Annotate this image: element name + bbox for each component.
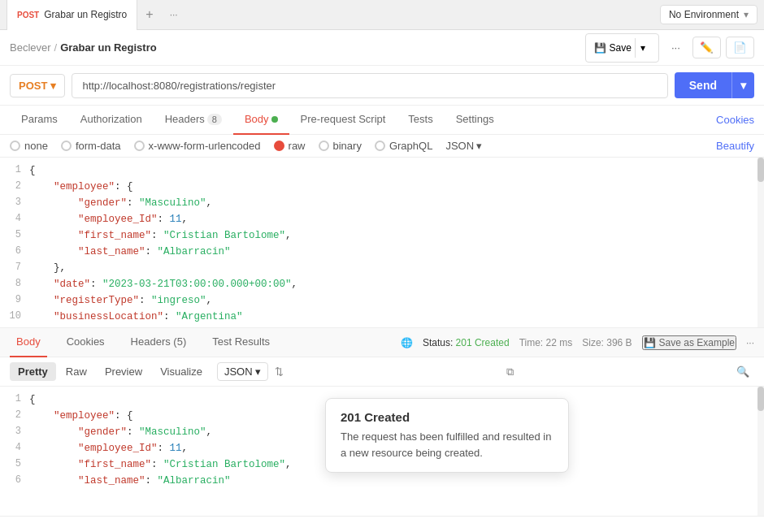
header-bar: Beclever / Grabar un Registro 💾 Save ▾ ·… <box>0 30 764 66</box>
method-chevron-icon: ▾ <box>50 80 56 92</box>
option-raw-label: raw <box>289 140 306 152</box>
code-line-10: 10 "businessLocation": "Argentina" <box>0 309 764 325</box>
method-label: POST <box>19 80 47 92</box>
option-none[interactable]: none <box>10 140 48 152</box>
res-tab-test-results[interactable]: Test Results <box>206 328 276 357</box>
code-line-7: 7 }, <box>0 260 764 276</box>
radio-binary[interactable] <box>319 141 329 151</box>
tab-pre-request[interactable]: Pre-request Script <box>289 106 397 135</box>
scrollbar-thumb[interactable] <box>757 158 764 182</box>
code-line-5: 5 "first_name": "Cristian Bartolome", <box>0 227 764 244</box>
option-raw[interactable]: raw <box>274 140 306 152</box>
save-as-example-button[interactable]: 💾 Save as Example <box>642 335 736 350</box>
option-graphql[interactable]: GraphQL <box>375 140 432 152</box>
tab-authorization[interactable]: Authorization <box>69 106 154 135</box>
format-raw[interactable]: Raw <box>58 362 95 381</box>
body-options: none form-data x-www-form-urlencoded raw… <box>0 135 764 158</box>
tab-headers[interactable]: Headers 8 <box>154 106 233 135</box>
radio-form-data[interactable] <box>61 141 72 151</box>
code-line-2: 2 "employee": { <box>0 179 764 195</box>
size-display: Size: 396 B <box>582 337 632 348</box>
new-tab-button[interactable]: + <box>137 7 161 22</box>
response-scrollbar-thumb[interactable] <box>757 387 764 411</box>
json-format-select[interactable]: JSON ▾ <box>445 140 482 152</box>
edit-icon-button[interactable]: ✏️ <box>692 37 721 58</box>
res-code-line-6: 6 "last_name": "Albarracin" <box>0 473 764 489</box>
res-tab-body[interactable]: Body <box>10 328 47 357</box>
option-urlencoded[interactable]: x-www-form-urlencoded <box>134 140 261 152</box>
radio-graphql[interactable] <box>375 141 385 151</box>
response-more-button[interactable]: ··· <box>746 337 754 348</box>
status-created: 201 Created <box>456 337 510 348</box>
save-disk-icon: 💾 <box>594 42 606 54</box>
tab-params[interactable]: Params <box>10 106 69 135</box>
code-line-11: 11 } <box>0 325 764 328</box>
comment-icon-button[interactable]: 📄 <box>726 37 754 58</box>
time-display: Time: 22 ms <box>519 337 573 348</box>
response-copy-button[interactable]: ⧉ <box>501 362 519 382</box>
breadcrumb-separator: / <box>54 41 58 54</box>
json-format-label: JSON <box>445 140 474 152</box>
response-search-button[interactable]: 🔍 <box>731 362 754 381</box>
save-dropdown-arrow[interactable]: ▾ <box>635 38 650 58</box>
json-chevron-icon: ▾ <box>476 140 482 152</box>
tooltip-text: The request has been fulfilled and resul… <box>341 429 553 461</box>
tab-settings[interactable]: Settings <box>445 106 506 135</box>
editor-scrollbar[interactable] <box>757 158 764 327</box>
send-label: Send <box>675 72 731 98</box>
response-scrollbar[interactable] <box>757 387 764 516</box>
chevron-down-icon: ▾ <box>744 9 749 20</box>
breadcrumb-parent[interactable]: Beclever <box>10 41 51 54</box>
code-line-3: 3 "gender": "Masculino", <box>0 195 764 211</box>
code-line-4: 4 "employee_Id": 11, <box>0 211 764 227</box>
save-example-icon: 💾 <box>644 337 656 348</box>
tab-more-button[interactable]: ··· <box>162 9 186 20</box>
res-tab-cookies[interactable]: Cookies <box>60 328 111 357</box>
tab-bar: POST Grabar un Registro + ··· No Environ… <box>0 0 764 30</box>
format-tabs: Pretty Raw Preview Visualize JSON ▾ ⇅ ⧉ … <box>0 357 764 387</box>
request-tab[interactable]: POST Grabar un Registro <box>7 0 137 30</box>
radio-urlencoded[interactable] <box>134 141 145 151</box>
response-json-select[interactable]: JSON ▾ <box>217 362 268 381</box>
cookies-link[interactable]: Cookies <box>716 114 754 126</box>
option-form-data-label: form-data <box>76 140 121 152</box>
tab-body[interactable]: Body <box>233 106 289 135</box>
response-arrow-icon[interactable]: ⇅ <box>270 362 289 381</box>
breadcrumb: Beclever / Grabar un Registro <box>10 41 585 54</box>
format-pretty[interactable]: Pretty <box>10 362 56 381</box>
save-button[interactable]: 💾 Save ▾ <box>585 33 659 63</box>
method-select[interactable]: POST ▾ <box>10 74 65 97</box>
request-tabs: Params Authorization Headers 8 Body Pre-… <box>0 106 764 135</box>
environment-label: No Environment <box>669 9 739 20</box>
breadcrumb-current: Grabar un Registro <box>60 41 156 54</box>
url-input[interactable] <box>72 73 667 98</box>
option-form-data[interactable]: form-data <box>61 140 121 152</box>
globe-icon: 🌐 <box>401 337 413 348</box>
send-dropdown-icon[interactable]: ▾ <box>731 72 754 98</box>
option-binary[interactable]: binary <box>319 140 362 152</box>
beautify-button[interactable]: Beautify <box>716 140 754 152</box>
header-more-button[interactable]: ··· <box>664 37 688 58</box>
tab-tests[interactable]: Tests <box>397 106 444 135</box>
option-graphql-label: GraphQL <box>389 140 432 152</box>
environment-selector[interactable]: No Environment ▾ <box>660 5 757 24</box>
status-badge: Status: 201 Created <box>423 337 510 348</box>
response-json-chevron-icon: ▾ <box>255 365 261 378</box>
code-line-6: 6 "last_name": "Albarracin" <box>0 244 764 260</box>
send-button[interactable]: Send ▾ <box>675 72 754 98</box>
radio-none[interactable] <box>10 141 20 151</box>
tab-title: Grabar un Registro <box>44 9 127 20</box>
response-bar: Body Cookies Headers (5) Test Results 🌐 … <box>0 328 764 357</box>
request-code-editor[interactable]: 1 { 2 "employee": { 3 "gender": "Masculi… <box>0 158 764 328</box>
tab-method: POST <box>17 11 39 19</box>
res-tab-headers[interactable]: Headers (5) <box>124 328 193 357</box>
format-preview[interactable]: Preview <box>97 362 150 381</box>
option-binary-label: binary <box>333 140 362 152</box>
headers-badge: 8 <box>207 114 222 125</box>
save-example-label: Save as Example <box>659 337 735 348</box>
format-visualize[interactable]: Visualize <box>152 362 211 381</box>
option-urlencoded-label: x-www-form-urlencoded <box>149 140 261 152</box>
status-tooltip: 201 Created The request has been fulfill… <box>325 398 569 473</box>
response-json-label: JSON <box>224 365 253 378</box>
radio-raw[interactable] <box>274 141 284 151</box>
